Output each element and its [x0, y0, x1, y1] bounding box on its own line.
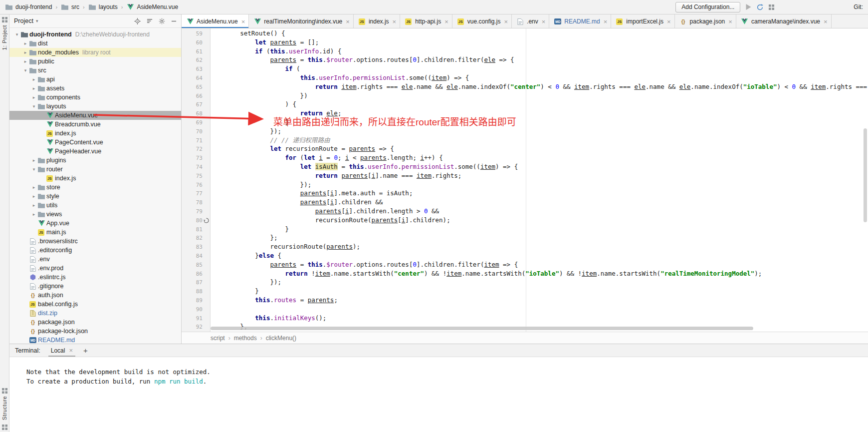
- line-number[interactable]: 73: [182, 154, 210, 163]
- toolwindows-grid-icon[interactable]: [769, 4, 774, 10]
- tab-realTimeMonitoring-index.vue[interactable]: realTimeMonitoring\index.vue×: [249, 14, 354, 28]
- tree-item-.eslintrc.js[interactable]: .eslintrc.js: [9, 273, 181, 282]
- tool-window-button-project[interactable]: 1: Project: [1, 25, 7, 50]
- tree-item-src[interactable]: ▾src: [9, 66, 181, 75]
- tree-item-.gitignore[interactable]: .gitignore: [9, 282, 181, 291]
- tree-item-.browserslistrc[interactable]: .browserslistrc: [9, 237, 181, 246]
- line-number[interactable]: 82: [182, 234, 210, 243]
- close-icon[interactable]: ×: [604, 18, 608, 25]
- tab-vue.config.js[interactable]: JSvue.config.js×: [452, 14, 512, 28]
- chevron-down-icon[interactable]: ▾: [13, 32, 20, 37]
- line-number[interactable]: 76: [182, 181, 210, 190]
- breadcrumb-item-src[interactable]: src: [61, 3, 79, 10]
- chevron-right-icon[interactable]: ▸: [30, 86, 37, 91]
- chevron-right-icon[interactable]: ▸: [30, 194, 37, 199]
- line-number[interactable]: 80: [182, 216, 210, 225]
- add-configuration-button[interactable]: Add Configuration...: [675, 2, 740, 12]
- tree-item-store[interactable]: ▸store: [9, 183, 181, 192]
- line-number[interactable]: 78: [182, 198, 210, 207]
- chevron-right-icon[interactable]: ▸: [22, 50, 29, 55]
- line-number[interactable]: 67: [182, 100, 210, 109]
- line-number[interactable]: 79: [182, 207, 210, 216]
- tree-item-views[interactable]: ▸views: [9, 210, 181, 219]
- close-icon[interactable]: ×: [346, 18, 350, 25]
- tree-item-dist[interactable]: ▸dist: [9, 39, 181, 48]
- tab-index.js[interactable]: JSindex.js×: [354, 14, 400, 28]
- tab-AsideMenu.vue[interactable]: AsideMenu.vue×: [182, 14, 249, 28]
- tree-item-.env.prod[interactable]: .env.prod: [9, 264, 181, 273]
- line-number[interactable]: 77: [182, 189, 210, 198]
- close-icon[interactable]: ×: [542, 18, 546, 25]
- chevron-right-icon[interactable]: ▸: [30, 158, 37, 163]
- line-number[interactable]: 71: [182, 136, 210, 145]
- tree-item-App.vue[interactable]: App.vue: [9, 219, 181, 228]
- line-number[interactable]: 92: [182, 323, 210, 332]
- chevron-down-icon[interactable]: ▾: [30, 104, 37, 109]
- line-number[interactable]: 61: [182, 47, 210, 56]
- tree-item-style[interactable]: ▸style: [9, 192, 181, 201]
- vertical-scrollbar[interactable]: [863, 28, 868, 332]
- tree-item-node-modules[interactable]: ▸node_moduleslibrary root: [9, 48, 181, 57]
- tab-http-api.js[interactable]: JShttp-api.js×: [400, 14, 452, 28]
- tree-item-duoji-frontend[interactable]: ▾duoji-frontendD:\zheheWeb\duoji-fronten…: [9, 30, 181, 39]
- line-number[interactable]: 65: [182, 83, 210, 92]
- close-icon[interactable]: ×: [393, 18, 397, 25]
- line-number[interactable]: 66: [182, 92, 210, 101]
- chevron-right-icon[interactable]: ▸: [30, 95, 37, 100]
- chevron-right-icon[interactable]: ▸: [30, 185, 37, 190]
- breadcrumb-item-layouts[interactable]: layouts: [88, 3, 118, 10]
- project-view-selector[interactable]: Project ▾: [14, 17, 38, 24]
- line-number[interactable]: 88: [182, 287, 210, 296]
- close-icon[interactable]: ×: [444, 18, 448, 25]
- hide-panel-icon[interactable]: [171, 18, 177, 24]
- tree-item-assets[interactable]: ▸assets: [9, 84, 181, 93]
- tree-item-main.js[interactable]: JSmain.js: [9, 228, 181, 237]
- line-number[interactable]: 64: [182, 74, 210, 83]
- tree-item-plugins[interactable]: ▸plugins: [9, 156, 181, 165]
- line-number[interactable]: 91: [182, 314, 210, 323]
- tree-item-dist.zip[interactable]: dist.zip: [9, 309, 181, 318]
- close-icon[interactable]: ×: [241, 18, 245, 25]
- git-branch-label[interactable]: Git:: [854, 3, 863, 10]
- terminal-output[interactable]: Note that the development build is not o…: [9, 357, 868, 386]
- run-icon[interactable]: [746, 4, 751, 10]
- tree-item-.env[interactable]: .env: [9, 255, 181, 264]
- recursion-gutter-icon[interactable]: [204, 218, 209, 223]
- line-number[interactable]: 74: [182, 163, 210, 172]
- close-icon[interactable]: ×: [504, 18, 508, 25]
- chevron-right-icon[interactable]: ▸: [30, 77, 37, 82]
- line-number[interactable]: 63: [182, 65, 210, 74]
- tree-item-api[interactable]: ▸api: [9, 75, 181, 84]
- close-icon[interactable]: ×: [824, 18, 828, 25]
- tab-importExcel.js[interactable]: JSimportExcel.js×: [611, 14, 674, 28]
- tool-window-button-structure[interactable]: Structure: [1, 396, 7, 420]
- line-number[interactable]: 84: [182, 252, 210, 261]
- tab-README.md[interactable]: MDREADME.md×: [549, 14, 611, 28]
- line-number[interactable]: 60: [182, 38, 210, 47]
- chevron-right-icon[interactable]: ▸: [30, 203, 37, 208]
- line-number[interactable]: 72: [182, 145, 210, 154]
- editor-breadcrumb-script[interactable]: script: [211, 335, 225, 342]
- tree-item-PageContent.vue[interactable]: PageContent.vue: [9, 138, 181, 147]
- close-icon[interactable]: ×: [728, 18, 732, 25]
- code-editor[interactable]: 59 setRoute() {60 let parents = [];61 if…: [182, 28, 868, 332]
- tree-item-router[interactable]: ▾router: [9, 165, 181, 174]
- line-number[interactable]: 90: [182, 305, 210, 314]
- toolwindow-switcher-icon[interactable]: [2, 425, 7, 430]
- editor-breadcrumb-methods[interactable]: methods: [234, 335, 257, 342]
- select-opened-file-icon[interactable]: [134, 18, 141, 24]
- close-icon[interactable]: ×: [69, 347, 73, 354]
- terminal-tab-local[interactable]: Local ×: [48, 344, 75, 357]
- line-number[interactable]: 87: [182, 278, 210, 287]
- line-number[interactable]: 85: [182, 261, 210, 270]
- tree-item-babel.config.js[interactable]: JSbabel.config.js: [9, 300, 181, 309]
- tree-item-package.json[interactable]: {}package.json: [9, 318, 181, 327]
- line-number[interactable]: 81: [182, 225, 210, 234]
- close-icon[interactable]: ×: [667, 18, 671, 25]
- tab-cameraManage-index.vue[interactable]: cameraManage\index.vue×: [736, 14, 832, 28]
- line-number[interactable]: 83: [182, 243, 210, 252]
- view-options-icon[interactable]: [147, 18, 153, 24]
- tree-item-components[interactable]: ▸components: [9, 93, 181, 102]
- horizontal-scrollbar[interactable]: [211, 327, 753, 330]
- line-number[interactable]: 59: [182, 29, 210, 38]
